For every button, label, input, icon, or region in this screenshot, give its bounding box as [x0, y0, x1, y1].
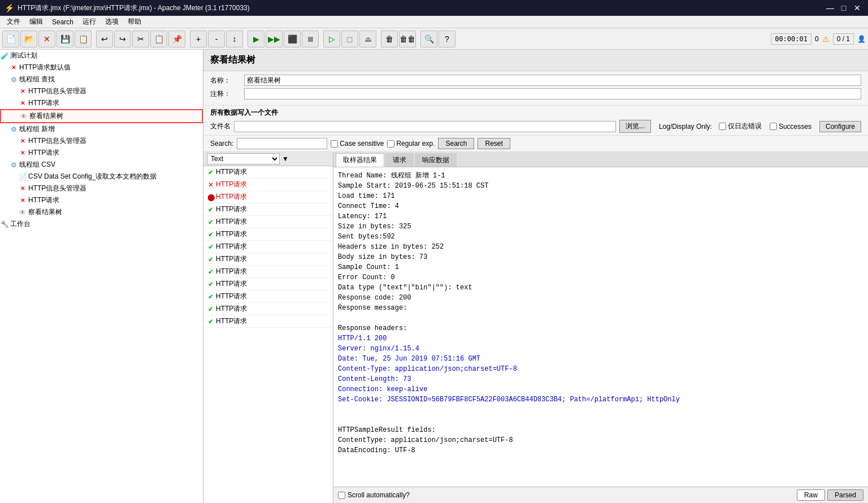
toolbar-copy[interactable]: 📋	[150, 31, 167, 47]
successes-checkbox[interactable]	[770, 123, 777, 130]
result-item-6[interactable]: ✔ HTTP请求	[203, 228, 333, 241]
tree-item-result-tree-1[interactable]: 👁 察看结果树	[0, 109, 203, 123]
detail-line-18: Server: nginx/1.15.4	[338, 344, 863, 354]
result-item-9[interactable]: ✔ HTTP请求	[203, 266, 333, 278]
result-item-7[interactable]: ✔ HTTP请求	[203, 241, 333, 253]
file-section: 所有数据写入一个文件 文件名 浏览... Log/Display Only: 仅…	[203, 106, 868, 136]
tree-item-http-header-3[interactable]: ✕ HTTP信息头管理器	[0, 183, 203, 194]
toolbar-save[interactable]: 💾	[57, 31, 73, 47]
result-item-1[interactable]: ✔ HTTP请求	[203, 166, 333, 179]
maximize-button[interactable]: □	[837, 2, 850, 14]
toolbar-start-no-pause[interactable]: ▶▶	[266, 31, 283, 47]
toolbar-undo[interactable]: ↩	[96, 31, 113, 47]
name-input[interactable]	[244, 75, 861, 86]
detail-line-2: Sample Start: 2019-06-25 15:51:18 CST	[338, 181, 863, 191]
toolbar-right: 00:00:01 0 ⚠ 0 / 1 👤	[771, 33, 866, 45]
tab-request[interactable]: 请求	[385, 153, 414, 167]
result-item-13[interactable]: ✔ HTTP请求	[203, 315, 333, 328]
tree-item-test-plan[interactable]: 🧪 测试计划	[0, 50, 203, 62]
case-sensitive-checkbox[interactable]	[331, 140, 338, 148]
raw-tab-button[interactable]: Raw	[797, 489, 825, 501]
tree-item-csv-config[interactable]: 📄 CSV Data Set Config_读取文本文档的数据	[0, 171, 203, 183]
result-item-12[interactable]: ✔ HTTP请求	[203, 303, 333, 315]
toolbar-toggle[interactable]: ↕	[226, 31, 243, 47]
toolbar-remote-exit[interactable]: ⏏	[359, 31, 376, 47]
tree-item-group-csv[interactable]: ⚙ 线程组 CSV	[0, 159, 203, 171]
toolbar-stop[interactable]: ⬛	[284, 31, 301, 47]
browse-button[interactable]: 浏览...	[619, 120, 651, 133]
search-input[interactable]	[237, 138, 327, 149]
tree-item-http-req-2[interactable]: ✕ HTTP请求	[0, 147, 203, 159]
menu-file[interactable]: 文件	[2, 16, 25, 28]
toolbar-close[interactable]: ✕	[38, 31, 55, 47]
tree-item-group-search[interactable]: ⚙ 线程组 查找	[0, 73, 203, 85]
result-item-5[interactable]: ✔ HTTP请求	[203, 216, 333, 228]
close-button[interactable]: ✕	[851, 2, 863, 14]
regexp-checkbox[interactable]	[387, 140, 394, 148]
tree-icon-http-req-2: ✕	[18, 149, 27, 158]
result-name-1: HTTP请求	[216, 167, 331, 177]
toolbar-collapse[interactable]: -	[208, 31, 225, 47]
tree-item-http-default[interactable]: ✕ HTTP请求默认值	[0, 62, 203, 73]
tree-item-workbench[interactable]: 🔧 工作台	[0, 218, 203, 230]
result-item-4[interactable]: ✔ HTTP请求	[203, 203, 333, 216]
scroll-auto-checkbox[interactable]	[338, 492, 345, 499]
menu-help[interactable]: 帮助	[123, 16, 146, 28]
menu-run[interactable]: 运行	[78, 16, 101, 28]
tab-response-data[interactable]: 响应数据	[415, 153, 457, 167]
detail-line-9: Body size in bytes: 73	[338, 252, 863, 262]
toolbar-shutdown[interactable]: ⏹	[302, 31, 319, 47]
toolbar-redo[interactable]: ↪	[114, 31, 131, 47]
result-item-8[interactable]: ✔ HTTP请求	[203, 253, 333, 266]
menu-edit[interactable]: 编辑	[25, 16, 47, 28]
result-item-10[interactable]: ✔ HTTP请求	[203, 278, 333, 290]
detail-line-23: Set-Cookie: JSESSIONID=56B79FBF8CF5A22F0…	[338, 394, 863, 405]
tree-item-result-tree-2[interactable]: 👁 察看结果树	[0, 206, 203, 218]
toolbar-remote-stop[interactable]: ◻	[341, 31, 358, 47]
minimize-button[interactable]: —	[824, 2, 836, 14]
menu-options[interactable]: 选项	[101, 16, 123, 28]
error-only-checkbox[interactable]	[719, 123, 726, 130]
toolbar-clear-all[interactable]: 🗑🗑	[399, 31, 416, 47]
tree-item-http-header-2[interactable]: ✕ HTTP信息头管理器	[0, 135, 203, 147]
toolbar-search[interactable]: 🔍	[420, 31, 437, 47]
tree-item-http-req-1[interactable]: ✕ HTTP请求	[0, 97, 203, 109]
scroll-auto-label: Scroll automatically?	[338, 491, 410, 499]
result-item-2[interactable]: ✕ HTTP请求	[203, 179, 333, 191]
file-input[interactable]	[234, 121, 616, 132]
toolbar-clear[interactable]: 🗑	[381, 31, 398, 47]
titlebar-controls: — □ ✕	[824, 2, 863, 14]
toolbar-new[interactable]: 📄	[2, 31, 19, 47]
result-item-3[interactable]: ⬤ HTTP请求	[203, 191, 333, 203]
tree-icon-http-req-1: ✕	[18, 99, 27, 108]
toolbar-help[interactable]: ?	[439, 31, 455, 47]
error-only-label: 仅日志错误	[728, 122, 762, 131]
parsed-tab-button[interactable]: Parsed	[827, 489, 863, 501]
configure-button[interactable]: Configure	[819, 121, 861, 132]
tree-item-http-header-1[interactable]: ✕ HTTP信息头管理器	[0, 85, 203, 97]
menu-search[interactable]: Search	[47, 17, 78, 27]
search-button[interactable]: Search	[438, 138, 474, 149]
status-green-icon-13: ✔	[206, 318, 216, 326]
toolbar-open[interactable]: 📂	[20, 31, 37, 47]
detail-line-20: Content-Type: application/json;charset=U…	[338, 364, 863, 374]
tab-sampler-result[interactable]: 取样器结果	[336, 153, 384, 167]
toolbar-expand[interactable]: +	[190, 31, 207, 47]
result-item-11[interactable]: ✔ HTTP请求	[203, 290, 333, 303]
result-name-6: HTTP请求	[216, 229, 331, 239]
reset-button[interactable]: Reset	[478, 138, 510, 149]
detail-line-11: Error Count: 0	[338, 272, 863, 283]
result-name-9: HTTP请求	[216, 267, 331, 276]
toolbar-save-as[interactable]: 📋	[75, 31, 92, 47]
tree-item-group-new[interactable]: ⚙ 线程组 新增	[0, 123, 203, 135]
tree-icon-workbench: 🔧	[0, 220, 9, 229]
toolbar-cut[interactable]: ✂	[132, 31, 149, 47]
toolbar-remote-start[interactable]: ▷	[323, 31, 340, 47]
tree-item-http-req-3[interactable]: ✕ HTTP请求	[0, 194, 203, 206]
toolbar-paste[interactable]: 📌	[168, 31, 185, 47]
results-list: Text RegExp Tester CSS/JQuery Tester XPa…	[203, 152, 333, 503]
tree-label-result-tree-2: 察看结果树	[27, 207, 62, 217]
toolbar-start[interactable]: ▶	[248, 31, 264, 47]
comment-input[interactable]	[244, 88, 861, 99]
text-dropdown[interactable]: Text RegExp Tester CSS/JQuery Tester XPa…	[207, 153, 280, 164]
